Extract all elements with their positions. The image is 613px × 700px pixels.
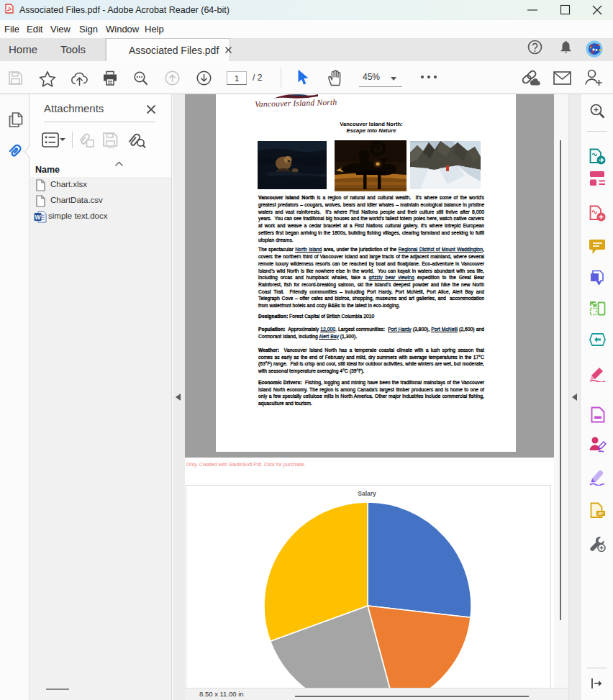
svg-text:W: W — [35, 214, 41, 221]
